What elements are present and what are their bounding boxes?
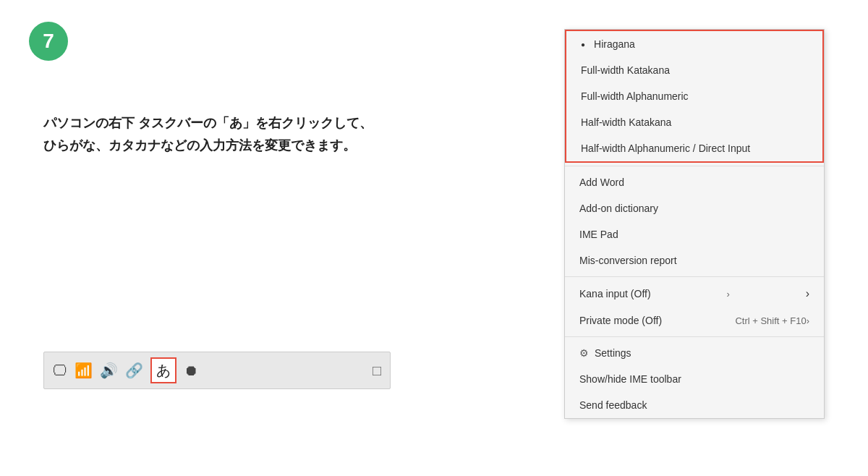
menu-item-settings-label: Settings: [595, 347, 631, 359]
menu-item-hiragana[interactable]: Hiragana: [566, 31, 822, 57]
gear-icon: ⚙: [579, 347, 589, 359]
menu-item-add-word[interactable]: Add Word: [565, 169, 824, 195]
menu-item-settings[interactable]: ⚙ Settings: [565, 340, 824, 366]
menu-item-kana-input-label: Kana input (Off): [579, 288, 651, 299]
taskbar-record-icon: ⏺: [184, 362, 198, 379]
menu-item-private-mode[interactable]: Private mode (Off) Ctrl + Shift + F10›: [565, 307, 824, 333]
menu-item-full-width-katakana-label: Full-width Katakana: [581, 64, 670, 76]
divider-2: [565, 276, 824, 277]
taskbar-ime-ah-label: あ: [156, 361, 171, 381]
menu-item-private-mode-label: Private mode (Off): [579, 315, 662, 326]
taskbar-sound-icon: 🔊: [100, 362, 118, 379]
menu-item-show-hide-toolbar[interactable]: Show/hide IME toolbar: [565, 366, 824, 392]
step-badge: 7: [29, 22, 68, 61]
menu-item-hiragana-label: Hiragana: [594, 38, 635, 50]
menu-item-mis-conversion-label: Mis-conversion report: [579, 255, 677, 266]
menu-item-ime-pad-label: IME Pad: [579, 229, 618, 240]
taskbar: 🖵 📶 🔊 🔗 あ ⏺ □: [43, 352, 391, 389]
description-text: パソコンの右下 タスクバーの「あ」を右クリックして、 ひらがな、カタカナなどの入…: [43, 112, 373, 156]
menu-item-full-width-alphanumeric[interactable]: Full-width Alphanumeric: [566, 83, 822, 109]
menu-item-half-width-katakana-label: Half-width Katakana: [581, 116, 671, 128]
menu-item-show-hide-toolbar-label: Show/hide IME toolbar: [579, 373, 681, 385]
step-number: 7: [43, 30, 54, 53]
taskbar-link-icon: 🔗: [125, 362, 143, 379]
input-mode-section: Hiragana Full-width Katakana Full-width …: [565, 30, 824, 163]
kana-input-arrow: ›: [726, 289, 729, 299]
description-line1: パソコンの右下 タスクバーの「あ」を右クリックして、: [43, 112, 373, 135]
taskbar-notify-icon: □: [373, 362, 381, 379]
menu-item-send-feedback-label: Send feedback: [579, 399, 647, 411]
private-mode-shortcut: Ctrl + Shift + F10›: [735, 315, 809, 326]
context-menu: Hiragana Full-width Katakana Full-width …: [564, 29, 825, 419]
menu-item-kana-input[interactable]: Kana input (Off) ›: [565, 280, 824, 307]
menu-item-half-width-alphanumeric-label: Half-width Alphanumeric / Direct Input: [581, 143, 750, 154]
menu-item-send-feedback[interactable]: Send feedback: [565, 392, 824, 418]
menu-item-full-width-alphanumeric-label: Full-width Alphanumeric: [581, 90, 689, 102]
menu-item-half-width-katakana[interactable]: Half-width Katakana: [566, 109, 822, 135]
menu-item-mis-conversion[interactable]: Mis-conversion report: [565, 247, 824, 273]
taskbar-monitor-icon: 🖵: [53, 362, 67, 379]
menu-item-add-on-dictionary-label: Add-on dictionary: [579, 203, 658, 214]
taskbar-ime-ah[interactable]: あ: [150, 357, 176, 383]
taskbar-wifi-icon: 📶: [75, 362, 93, 379]
menu-item-add-on-dictionary[interactable]: Add-on dictionary: [565, 195, 824, 221]
menu-item-ime-pad[interactable]: IME Pad: [565, 221, 824, 247]
description-line2: ひらがな、カタカナなどの入力方法を変更できます。: [43, 135, 373, 157]
menu-item-half-width-alphanumeric[interactable]: Half-width Alphanumeric / Direct Input: [566, 135, 822, 161]
menu-item-add-word-label: Add Word: [579, 177, 624, 188]
divider-1: [565, 166, 824, 166]
menu-item-full-width-katakana[interactable]: Full-width Katakana: [566, 57, 822, 83]
divider-3: [565, 336, 824, 337]
